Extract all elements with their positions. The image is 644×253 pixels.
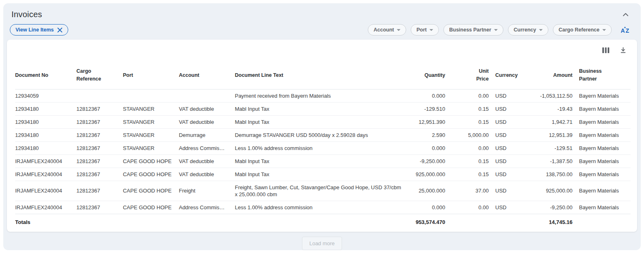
cell-line_text: Mabl Input Tax bbox=[232, 115, 406, 128]
cell-port: STAVANGER bbox=[120, 115, 176, 128]
cell-currency: USD bbox=[492, 115, 526, 128]
totals-label: Totals bbox=[15, 214, 73, 231]
filter-business-partner[interactable]: Business Partner bbox=[443, 24, 503, 36]
filter-label: Port bbox=[416, 27, 427, 33]
cell-amount: -129.51 bbox=[526, 141, 576, 154]
cell-amount: -9,250.00 bbox=[526, 201, 576, 214]
columns-icon[interactable] bbox=[602, 47, 609, 53]
column-header-line_text: Document Line Text bbox=[232, 57, 406, 89]
table-row[interactable]: IRJAMFLEX24000412812367CAPE GOOD HOPEVAT… bbox=[15, 168, 631, 181]
cell-currency: USD bbox=[492, 181, 526, 201]
cell-unit_price: 0.15 bbox=[448, 115, 492, 128]
cell-account: Freight bbox=[176, 181, 232, 201]
cell-unit_price: 0.15 bbox=[448, 168, 492, 181]
cell-account: VAT deductible bbox=[176, 154, 232, 168]
totals-account bbox=[176, 214, 232, 231]
cell-document_no: 12934180 bbox=[15, 141, 73, 154]
view-line-items-chip[interactable]: View Line Items bbox=[10, 24, 68, 36]
cell-business_partner: Bayern Materials bbox=[576, 181, 631, 201]
load-more-container: Load more bbox=[3, 237, 641, 250]
column-header-account: Account bbox=[176, 57, 232, 89]
sort-az-icon[interactable]: A Z bbox=[620, 26, 631, 34]
table-row[interactable]: 1293418012812367STAVANGERVAT deductibleM… bbox=[15, 102, 631, 115]
cell-cargo_reference: 12812367 bbox=[73, 201, 120, 214]
cell-account: Demurrage bbox=[176, 128, 232, 141]
invoices-table-card: Document NoCargo ReferencePortAccountDoc… bbox=[7, 40, 637, 232]
cell-currency: USD bbox=[492, 128, 526, 141]
table-row[interactable]: IRJAMFLEX24000412812367CAPE GOOD HOPEAdd… bbox=[15, 201, 631, 214]
chevron-down-icon bbox=[539, 29, 543, 31]
cell-unit_price: 0.15 bbox=[448, 102, 492, 115]
table-row[interactable]: IRJAMFLEX24000412812367CAPE GOOD HOPEVAT… bbox=[15, 154, 631, 168]
filter-cargo-reference[interactable]: Cargo Reference bbox=[553, 24, 612, 36]
cell-cargo_reference bbox=[73, 89, 120, 102]
filter-label: Cargo Reference bbox=[559, 27, 599, 33]
cell-document_no: 12934180 bbox=[15, 102, 73, 115]
cell-line_text: Less 1.00% address commission bbox=[232, 201, 406, 214]
cell-cargo_reference: 12812367 bbox=[73, 115, 120, 128]
cell-document_no: IRJAMFLEX240004 bbox=[15, 154, 73, 168]
totals-currency bbox=[492, 214, 526, 231]
cell-currency: USD bbox=[492, 154, 526, 168]
cell-account bbox=[176, 89, 232, 102]
cell-amount: -19.43 bbox=[526, 102, 576, 115]
cell-quantity: 0.000 bbox=[406, 89, 449, 102]
collapse-panel-button[interactable] bbox=[621, 10, 630, 19]
cell-quantity: -129.510 bbox=[406, 102, 449, 115]
filter-account[interactable]: Account bbox=[368, 24, 406, 36]
download-icon[interactable] bbox=[620, 47, 626, 54]
load-more-button[interactable]: Load more bbox=[302, 237, 342, 250]
cell-currency: USD bbox=[492, 102, 526, 115]
totals-cargo_reference bbox=[73, 214, 120, 231]
column-header-unit_price: Unit Price bbox=[448, 57, 492, 89]
cell-line_text: Mabl Input Tax bbox=[232, 102, 406, 115]
cell-business_partner: Bayern Materials bbox=[576, 201, 631, 214]
cell-unit_price: 0.00 bbox=[448, 201, 492, 214]
cell-port bbox=[120, 89, 176, 102]
totals-business_partner bbox=[576, 214, 631, 231]
toolbar: View Line Items AccountPortBusiness Part… bbox=[3, 19, 641, 36]
cell-amount: 1,942.71 bbox=[526, 115, 576, 128]
cell-line_text: Less 1.00% address commission bbox=[232, 141, 406, 154]
filter-currency[interactable]: Currency bbox=[508, 24, 548, 36]
totals-line_text bbox=[232, 214, 406, 231]
table-tools bbox=[15, 43, 631, 55]
chevron-down-icon bbox=[397, 29, 400, 31]
table-row[interactable]: IRJAMFLEX24000412812367CAPE GOOD HOPEFre… bbox=[15, 181, 631, 201]
table-row[interactable]: 1293418012812367STAVANGERDemurrageDemurr… bbox=[15, 128, 631, 141]
cell-unit_price: 0.15 bbox=[448, 154, 492, 168]
cell-cargo_reference: 12812367 bbox=[73, 102, 120, 115]
cell-currency: USD bbox=[492, 141, 526, 154]
table-row[interactable]: 1293418012812367STAVANGERAddress Commis…… bbox=[15, 141, 631, 154]
cell-account: Address Commis… bbox=[176, 141, 232, 154]
filter-port[interactable]: Port bbox=[411, 24, 439, 36]
cell-port: STAVANGER bbox=[120, 141, 176, 154]
close-icon[interactable] bbox=[57, 27, 63, 33]
column-header-amount: Amount bbox=[526, 57, 576, 89]
cell-unit_price: 37.00 bbox=[448, 181, 492, 201]
cell-account: VAT deductible bbox=[176, 168, 232, 181]
table-header-row: Document NoCargo ReferencePortAccountDoc… bbox=[15, 57, 631, 89]
cell-line_text: Freight, Sawn Lumber, Cut, Stavanger/Cap… bbox=[232, 181, 406, 201]
filter-chip-group: AccountPortBusiness PartnerCurrencyCargo… bbox=[368, 24, 612, 36]
cell-port: STAVANGER bbox=[120, 102, 176, 115]
cell-cargo_reference: 12812367 bbox=[73, 154, 120, 168]
cell-unit_price: 5,000.00 bbox=[448, 128, 492, 141]
cell-unit_price: 0.00 bbox=[448, 89, 492, 102]
chevron-down-icon bbox=[494, 29, 498, 31]
column-header-business_partner: Business Partner bbox=[576, 57, 631, 89]
cell-document_no: 12934180 bbox=[15, 128, 73, 141]
svg-text:A: A bbox=[621, 27, 625, 34]
table-row[interactable]: 1293418012812367STAVANGERVAT deductibleM… bbox=[15, 115, 631, 128]
cell-quantity: 25,000.000 bbox=[406, 181, 449, 201]
table-row[interactable]: 12934059Payment received from Bayern Mat… bbox=[15, 89, 631, 102]
cell-document_no: IRJAMFLEX240004 bbox=[15, 181, 73, 201]
column-header-cargo_reference: Cargo Reference bbox=[73, 57, 120, 89]
cell-unit_price: 0.00 bbox=[448, 141, 492, 154]
cell-cargo_reference: 12812367 bbox=[73, 181, 120, 201]
filter-bar: AccountPortBusiness PartnerCurrencyCargo… bbox=[368, 24, 631, 36]
cell-amount: 925,000.00 bbox=[526, 181, 576, 201]
column-header-port: Port bbox=[120, 57, 176, 89]
chevron-down-icon bbox=[429, 29, 433, 31]
cell-line_text: Payment received from Bayern Materials bbox=[232, 89, 406, 102]
